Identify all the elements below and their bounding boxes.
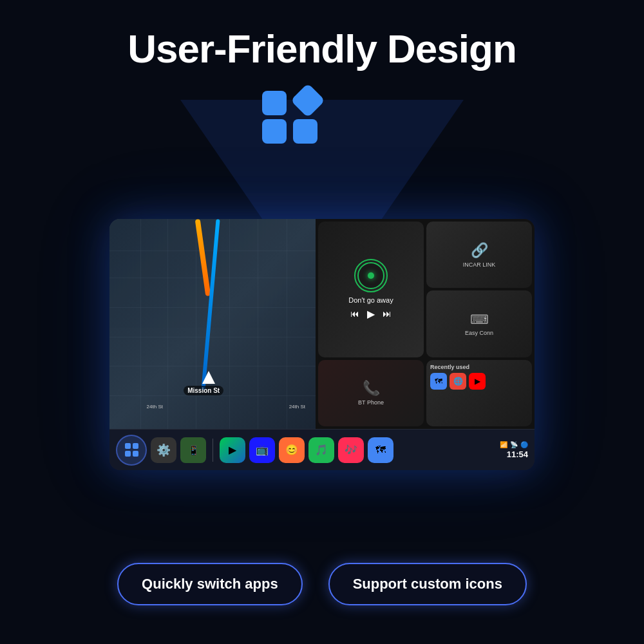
maps-app[interactable]: 🗺: [368, 437, 393, 463]
map-label-24th-right: 24th St: [289, 404, 305, 410]
spotify-controls: ⏮ ▶ ⏭: [350, 308, 392, 320]
wifi-icon: 📡: [510, 441, 518, 448]
bt-phone-icon: 📞: [363, 380, 380, 397]
emoji-app[interactable]: 😊: [279, 437, 305, 463]
right-panels: Don't go away ⏮ ▶ ⏭ 🔗 INCAR LINK ⌨ Easy …: [316, 219, 535, 429]
grid-icon: [262, 91, 382, 144]
grid-sq-diamond: [290, 83, 325, 118]
taskbar: ⚙️ 📱 ▶ 📺 😊 🎵 🎶 🗺 📶 📡 🔵 11:54: [109, 429, 535, 470]
quickly-switch-badge: Quickly switch apps: [117, 563, 303, 605]
home-grid-icon: [125, 443, 138, 457]
grid-sq-4: [293, 119, 317, 144]
bt-phone-panel[interactable]: 📞 BT Phone: [318, 360, 424, 426]
recently-used-panel[interactable]: Recently used 🗺 🌐 ▶: [426, 360, 532, 426]
grid-sq-1: [262, 91, 287, 115]
spotify-panel[interactable]: Don't go away ⏮ ▶ ⏭: [318, 222, 424, 357]
taskbar-separator: [213, 439, 213, 462]
incar-label: INCAR LINK: [463, 261, 496, 268]
spotify-app[interactable]: 🎵: [308, 437, 334, 463]
bt-phone-label: BT Phone: [358, 399, 384, 406]
easy-conn-panel[interactable]: ⌨ Easy Conn: [426, 290, 532, 357]
signal-icon: 📶: [500, 441, 507, 448]
recent-app-youtube[interactable]: ▶: [469, 373, 486, 390]
incar-icon: 🔗: [471, 242, 488, 259]
easyconn-label: Easy Conn: [465, 330, 493, 336]
music-app[interactable]: 🎶: [338, 437, 364, 463]
navigation-arrow: [202, 371, 215, 384]
taskbar-time: 📶 📡 🔵 11:54: [500, 441, 528, 459]
page-title: User-Friendly Design: [0, 0, 644, 71]
recent-app-maps[interactable]: 🗺: [430, 373, 447, 390]
spotify-icon-circle: [354, 259, 388, 292]
recent-app-icons: 🗺 🌐 ▶: [430, 373, 528, 390]
home-sq-4: [133, 451, 138, 457]
home-sq-2: [133, 443, 138, 449]
status-bar: 📶 📡 🔵: [500, 441, 528, 448]
screen-main: Mission St 24th St 24th St Don't go away…: [109, 219, 535, 429]
phone-app[interactable]: 📱: [180, 437, 206, 463]
home-sq-3: [125, 451, 131, 457]
spotify-dot: [368, 272, 374, 279]
screen-mockup: Mission St 24th St 24th St Don't go away…: [109, 219, 535, 470]
recent-app-chrome[interactable]: 🌐: [450, 373, 466, 390]
quickly-switch-text: Quickly switch apps: [142, 576, 278, 592]
home-sq-1: [125, 443, 131, 449]
settings-app[interactable]: ⚙️: [151, 437, 176, 463]
home-button[interactable]: [116, 435, 147, 466]
incar-link-panel[interactable]: 🔗 INCAR LINK: [426, 222, 532, 288]
feature-badges: Quickly switch apps Support custom icons: [109, 563, 535, 605]
grid-sq-3: [262, 119, 287, 144]
spotify-inner: [357, 262, 384, 289]
play-button[interactable]: ▶: [367, 308, 375, 320]
support-icons-text: Support custom icons: [353, 576, 502, 592]
icon-cluster: [0, 91, 644, 144]
map-grid: [109, 219, 316, 429]
map-area: Mission St 24th St 24th St: [109, 219, 316, 429]
recently-used-label: Recently used: [430, 364, 528, 370]
map-label-mission: Mission St: [184, 386, 223, 395]
spotify-song-title: Don't go away: [348, 296, 393, 304]
easyconn-icon: ⌨: [470, 312, 489, 327]
tv-app[interactable]: 📺: [249, 437, 275, 463]
map-label-24th-left: 24th St: [147, 404, 163, 410]
support-icons-badge: Support custom icons: [328, 563, 527, 605]
bluetooth-icon: 🔵: [520, 441, 528, 448]
next-button[interactable]: ⏭: [383, 308, 392, 319]
prev-button[interactable]: ⏮: [350, 308, 359, 319]
clock-time: 11:54: [507, 450, 528, 459]
play-store-app[interactable]: ▶: [220, 437, 245, 463]
